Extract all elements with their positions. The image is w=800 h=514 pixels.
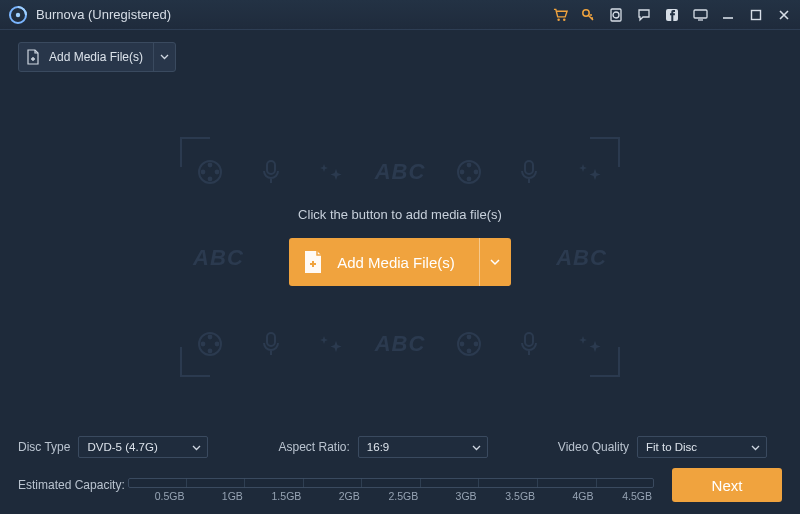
svg-point-30 bbox=[466, 349, 471, 354]
reel-icon bbox=[452, 327, 486, 361]
svg-rect-8 bbox=[694, 10, 707, 18]
chevron-down-icon bbox=[479, 238, 511, 286]
add-file-icon bbox=[289, 250, 337, 274]
svg-rect-33 bbox=[525, 333, 533, 346]
svg-point-20 bbox=[473, 170, 478, 175]
svg-point-13 bbox=[201, 170, 206, 175]
svg-point-31 bbox=[459, 342, 464, 347]
mic-icon bbox=[254, 155, 288, 189]
svg-point-2 bbox=[557, 18, 559, 20]
capacity-ruler: 0.5GB 1GB 1.5GB 2GB 2.5GB 3GB 3.5GB 4GB … bbox=[128, 472, 654, 498]
watermark-row: ABC bbox=[180, 327, 620, 361]
svg-rect-9 bbox=[752, 10, 761, 19]
svg-point-14 bbox=[215, 170, 220, 175]
add-media-button[interactable]: Add Media File(s) bbox=[289, 238, 511, 286]
svg-point-24 bbox=[208, 349, 213, 354]
disc-type-select[interactable]: DVD-5 (4.7G) bbox=[78, 436, 208, 458]
facebook-icon[interactable] bbox=[664, 7, 680, 23]
watermark-row: ABC bbox=[180, 155, 620, 189]
svg-rect-27 bbox=[267, 333, 275, 346]
video-quality-label: Video Quality bbox=[558, 440, 629, 454]
monitor-icon[interactable] bbox=[692, 7, 708, 23]
chat-icon[interactable] bbox=[636, 7, 652, 23]
next-button[interactable]: Next bbox=[672, 468, 782, 502]
add-media-label: Add Media File(s) bbox=[47, 50, 153, 64]
video-quality-value: Fit to Disc bbox=[646, 441, 697, 453]
reel-icon bbox=[193, 155, 227, 189]
add-file-icon bbox=[19, 49, 47, 65]
sparkle-icon bbox=[314, 155, 348, 189]
video-quality-select[interactable]: Fit to Disc bbox=[637, 436, 767, 458]
svg-point-11 bbox=[208, 163, 213, 168]
capacity-tick-labels: 0.5GB 1GB 1.5GB 2GB 2.5GB 3GB 3.5GB 4GB … bbox=[128, 490, 654, 502]
aspect-ratio-label: Aspect Ratio: bbox=[278, 440, 349, 454]
drop-zone: ABC ABC ABC ABC Click the button to add … bbox=[180, 137, 620, 377]
disc-type-value: DVD-5 (4.7G) bbox=[87, 441, 157, 453]
add-media-dropdown[interactable]: Add Media File(s) bbox=[18, 42, 176, 72]
title-bar: Burnova (Unregistered) bbox=[0, 0, 800, 30]
reel-icon bbox=[452, 155, 486, 189]
close-icon[interactable] bbox=[776, 7, 792, 23]
capacity-label: Estimated Capacity: bbox=[18, 478, 128, 492]
aspect-ratio-value: 16:9 bbox=[367, 441, 389, 453]
sparkle-icon bbox=[314, 327, 348, 361]
aspect-ratio-select[interactable]: 16:9 bbox=[358, 436, 488, 458]
maximize-icon[interactable] bbox=[748, 7, 764, 23]
svg-point-12 bbox=[208, 177, 213, 182]
main-area: ABC ABC ABC ABC Click the button to add … bbox=[0, 72, 800, 442]
svg-point-29 bbox=[466, 335, 471, 340]
chevron-down-icon bbox=[192, 441, 201, 453]
svg-rect-21 bbox=[525, 161, 533, 174]
drop-zone-center: Click the button to add media file(s) Ad… bbox=[180, 207, 620, 286]
key-icon[interactable] bbox=[580, 7, 596, 23]
svg-rect-15 bbox=[267, 161, 275, 174]
reel-icon bbox=[193, 327, 227, 361]
svg-point-17 bbox=[466, 163, 471, 168]
minimize-icon[interactable] bbox=[720, 7, 736, 23]
svg-point-1 bbox=[16, 12, 20, 16]
cart-icon[interactable] bbox=[552, 7, 568, 23]
sparkle-icon bbox=[573, 327, 607, 361]
svg-point-19 bbox=[459, 170, 464, 175]
disc-type-label: Disc Type bbox=[18, 440, 70, 454]
add-media-button-label: Add Media File(s) bbox=[337, 254, 479, 271]
svg-point-3 bbox=[563, 18, 565, 20]
mic-icon bbox=[512, 327, 546, 361]
drop-hint: Click the button to add media file(s) bbox=[180, 207, 620, 222]
svg-point-32 bbox=[473, 342, 478, 347]
app-logo-icon bbox=[8, 5, 28, 25]
svg-point-6 bbox=[613, 12, 619, 18]
toolbar: Add Media File(s) bbox=[0, 30, 800, 72]
chevron-down-icon bbox=[472, 441, 481, 453]
bottom-panel: Disc Type DVD-5 (4.7G) Aspect Ratio: 16:… bbox=[0, 428, 800, 514]
window-title: Burnova (Unregistered) bbox=[36, 7, 171, 22]
chevron-down-icon bbox=[751, 441, 760, 453]
svg-point-25 bbox=[201, 342, 206, 347]
svg-point-18 bbox=[466, 177, 471, 182]
mic-icon bbox=[512, 155, 546, 189]
watermark-text: ABC bbox=[375, 331, 426, 357]
watermark-text: ABC bbox=[375, 159, 426, 185]
next-button-label: Next bbox=[712, 477, 743, 494]
chevron-down-icon bbox=[153, 43, 175, 71]
disc-icon[interactable] bbox=[608, 7, 624, 23]
mic-icon bbox=[254, 327, 288, 361]
svg-point-23 bbox=[208, 335, 213, 340]
svg-point-26 bbox=[215, 342, 220, 347]
sparkle-icon bbox=[573, 155, 607, 189]
